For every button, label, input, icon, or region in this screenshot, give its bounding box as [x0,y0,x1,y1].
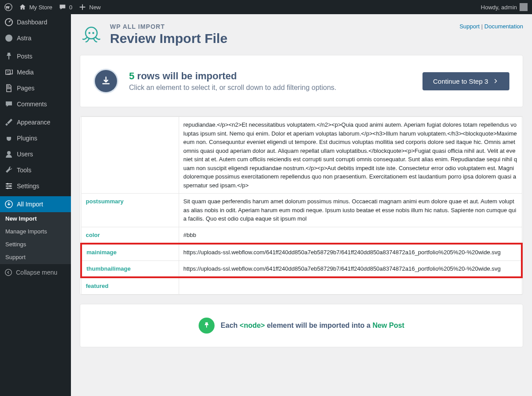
sidebar-item-comments[interactable]: Comments [0,96,71,112]
home-icon [19,3,27,11]
pin-badge [199,318,215,334]
sidebar-item-all-import[interactable]: All Import [0,196,71,212]
plugin-name: WP ALL IMPORT [110,23,227,30]
summary-panel: 5 rows will be imported Click an element… [80,55,523,107]
wp-logo[interactable] [4,3,12,11]
node-info-panel: Each <node> element will be imported int… [80,304,523,347]
summary-hint: Click an element to select it, or scroll… [129,84,336,92]
sidebar-item-astra[interactable]: Astra [0,30,71,46]
sidebar-item-posts[interactable]: Posts [0,48,71,64]
sidebar-submenu: New Import Manage Imports Settings Suppo… [0,212,71,264]
sidebar-item-tools[interactable]: Tools [0,162,71,178]
sidebar-item-users[interactable]: Users [0,146,71,162]
page-title: Review Import File [110,31,227,46]
new-link[interactable]: New [78,3,101,11]
svg-point-5 [7,183,8,185]
svg-point-10 [86,27,97,39]
continue-button[interactable]: Continue to Step 3 [422,72,509,90]
header-links: Support | Documentation [459,23,523,30]
site-name-link[interactable]: My Store [19,3,52,11]
table-row[interactable]: mainimagehttps://uploads-ssl.webflow.com… [81,244,522,260]
sidebar-item-appearance[interactable]: Appearance [0,114,71,130]
admin-topbar: My Store 0 New Howdy, admin [0,0,532,14]
media-icon [4,68,13,77]
user-icon [4,150,13,159]
page-header: WP ALL IMPORT Review Import File Support… [80,23,523,55]
table-row[interactable]: repudiandae.</p><n2>Et necessitatibus vo… [81,117,522,194]
pushpin-icon [203,322,211,330]
table-row[interactable]: postsummarySit quam quae perferendis har… [81,194,522,227]
field-value[interactable] [179,277,522,294]
pin-icon [4,52,13,61]
account-link[interactable]: Howdy, admin [481,3,528,11]
sliders-icon [4,182,13,190]
dashboard-icon [4,18,13,27]
data-preview-panel: repudiandae.</p><n2>Et necessitatibus vo… [80,116,523,295]
node-info-text: Each <node> element will be imported int… [221,322,404,330]
avatar [520,3,528,11]
comments-link[interactable]: 0 [59,3,72,11]
svg-point-9 [5,269,12,276]
plug-icon [4,134,13,143]
svg-point-6 [9,185,11,187]
documentation-link[interactable]: Documentation [485,23,523,30]
astra-icon [4,34,13,43]
data-table: repudiandae.</p><n2>Et necessitatibus vo… [80,116,523,295]
main-content: WP ALL IMPORT Review Import File Support… [71,14,532,396]
sidebar-sub-new-import[interactable]: New Import [0,212,71,225]
field-value[interactable]: Sit quam quae perferendis harum amet dol… [179,194,522,227]
table-row[interactable]: color#bbb [81,227,522,244]
svg-point-2 [5,35,12,42]
field-value[interactable]: #bbb [179,227,522,244]
field-value[interactable]: https://uploads-ssl.webflow.com/641ff240… [179,260,522,277]
support-link[interactable]: Support [459,23,480,30]
sidebar-sub-support[interactable]: Support [0,251,71,264]
highlighted-rows: mainimagehttps://uploads-ssl.webflow.com… [81,244,522,277]
collapse-icon [4,268,12,276]
table-row[interactable]: thumbnailimagehttps://uploads-ssl.webflo… [81,260,522,277]
sidebar-sub-settings[interactable]: Settings [0,238,71,251]
field-key[interactable] [81,117,179,194]
comment-icon [59,3,66,11]
table-row[interactable]: featured [81,277,522,294]
chevron-right-icon [493,78,499,84]
field-key[interactable]: featured [81,277,179,294]
svg-point-12 [92,32,94,34]
comments-icon [4,100,13,109]
field-key[interactable]: mainimage [81,244,179,260]
sidebar-item-settings[interactable]: Settings [0,178,71,194]
plugin-logo-icon [80,23,103,46]
field-value[interactable]: repudiandae.</p><n2>Et necessitatibus vo… [179,117,522,194]
sidebar-item-plugins[interactable]: Plugins [0,130,71,146]
admin-sidebar: Dashboard Astra Posts Media Pages Commen… [0,14,71,396]
rows-summary: 5 rows will be imported [129,70,336,82]
field-key[interactable]: color [81,227,179,244]
download-badge [94,69,118,93]
wrench-icon [4,166,13,175]
field-key[interactable]: postsummary [81,194,179,227]
download-icon [101,76,111,86]
svg-point-3 [8,71,9,73]
collapse-menu[interactable]: Collapse menu [0,264,71,281]
sidebar-item-media[interactable]: Media [0,64,71,80]
brush-icon [4,118,13,127]
svg-point-11 [89,32,90,34]
field-key[interactable]: thumbnailimage [81,260,179,277]
sidebar-item-dashboard[interactable]: Dashboard [0,14,71,30]
wordpress-icon [4,3,12,11]
sidebar-item-pages[interactable]: Pages [0,80,71,96]
svg-point-7 [7,187,8,189]
pages-icon [4,84,13,93]
field-value[interactable]: https://uploads-ssl.webflow.com/641ff240… [179,244,522,260]
import-icon [4,200,13,209]
sidebar-sub-manage-imports[interactable]: Manage Imports [0,225,71,238]
svg-point-4 [7,151,11,155]
plus-icon [78,3,86,11]
